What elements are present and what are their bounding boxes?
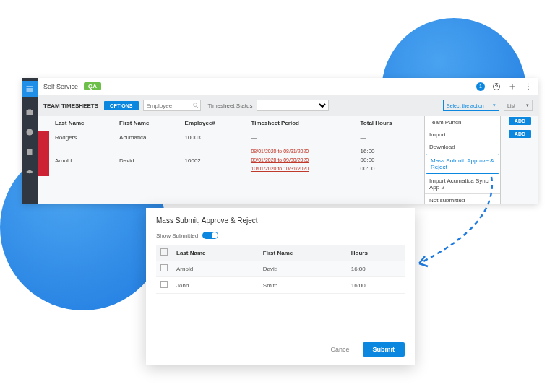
col-last-name[interactable]: Last Name <box>49 116 113 131</box>
nav-icon-building[interactable] <box>25 147 35 157</box>
add-button[interactable]: ADD <box>509 117 531 125</box>
svg-point-8 <box>193 103 197 107</box>
col-period[interactable]: Timesheet Period <box>245 116 354 131</box>
chevron-down-icon: ▾ <box>526 103 529 108</box>
col-total-hours[interactable]: Total Hours <box>355 116 423 131</box>
period-link[interactable]: 09/01/2020 to 09/30/2020 <box>251 156 348 165</box>
show-submitted-label: Show Submitted <box>156 232 198 239</box>
qa-badge: QA <box>84 82 101 90</box>
dd-download[interactable]: Download <box>425 141 500 153</box>
modal-table: Last Name First Name Hours Arnold David … <box>156 245 405 294</box>
action-dropdown-panel: Team Punch Import Download Mass Submit, … <box>424 116 501 204</box>
submit-button[interactable]: Submit <box>363 342 405 357</box>
status-label: Timesheet Status <box>208 103 253 109</box>
svg-point-7 <box>528 88 529 90</box>
nav-icon-grad[interactable] <box>25 167 35 178</box>
dd-team-punch[interactable]: Team Punch <box>425 116 500 129</box>
status-select[interactable] <box>257 100 329 111</box>
more-icon[interactable] <box>524 82 533 91</box>
cancel-button[interactable]: Cancel <box>324 342 356 357</box>
left-nav-rail <box>22 78 38 204</box>
add-button[interactable]: ADD <box>509 130 531 138</box>
svg-point-5 <box>528 83 529 84</box>
nav-icon-clock[interactable] <box>25 127 35 137</box>
row-checkbox[interactable] <box>160 281 168 288</box>
modal-title: Mass Submit, Approve & Reject <box>156 217 405 225</box>
svg-rect-3 <box>27 149 33 155</box>
list-view-select[interactable]: List ▾ <box>504 100 533 111</box>
period-link[interactable]: 08/01/2020 to 08/31/2020 <box>251 147 348 156</box>
svg-point-6 <box>528 86 529 87</box>
help-icon[interactable] <box>492 82 501 91</box>
plus-icon[interactable] <box>508 82 517 91</box>
app-title: Self Service <box>43 83 78 90</box>
col-employee-no[interactable]: Employee# <box>179 116 246 131</box>
menu-button[interactable] <box>22 81 38 97</box>
notification-badge[interactable]: 1 <box>476 82 485 91</box>
mcol-hours[interactable]: Hours <box>347 245 405 261</box>
dd-mass-submit[interactable]: Mass Submit, Approve & Reject <box>426 154 499 174</box>
nav-icon-briefcase[interactable] <box>25 107 35 117</box>
col-first-name[interactable]: First Name <box>113 116 178 131</box>
mcol-last[interactable]: Last Name <box>172 245 259 261</box>
dd-import[interactable]: Import <box>425 129 500 141</box>
select-all-checkbox[interactable] <box>160 248 168 256</box>
chevron-down-icon: ▾ <box>493 103 496 108</box>
row-checkbox[interactable] <box>160 264 168 271</box>
topbar: Self Service QA 1 <box>38 78 538 95</box>
show-submitted-toggle[interactable] <box>202 232 218 239</box>
modal-row[interactable]: Arnold David 16:00 <box>156 261 405 277</box>
period-link[interactable]: 10/01/2020 to 10/31/2020 <box>251 165 348 173</box>
svg-rect-1 <box>28 110 31 111</box>
search-icon <box>192 102 199 109</box>
mass-submit-modal: Mass Submit, Approve & Reject Show Submi… <box>146 208 415 365</box>
modal-row[interactable]: John Smith 16:00 <box>156 277 405 294</box>
mcol-first[interactable]: First Name <box>259 245 347 261</box>
svg-rect-0 <box>27 110 33 115</box>
app-window: Self Service QA 1 TEAM TIMESHEETS OPTION… <box>22 78 538 204</box>
dd-not-submitted[interactable]: Not submitted <box>425 193 500 204</box>
svg-point-2 <box>27 129 33 136</box>
section-title: TEAM TIMESHEETS <box>43 103 98 109</box>
dd-import-acumatica[interactable]: Import Acumatica Sync App 2 <box>425 175 500 193</box>
filter-bar: TEAM TIMESHEETS OPTIONS Timesheet Status… <box>38 95 538 116</box>
action-select[interactable]: Select the action ▾ <box>443 100 499 111</box>
options-button[interactable]: OPTIONS <box>104 101 139 110</box>
